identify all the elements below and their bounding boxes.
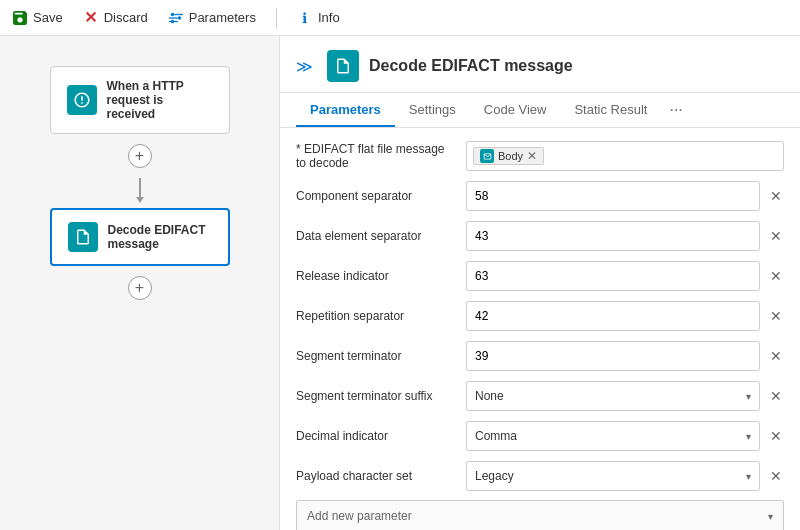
component-separator-wrap: ✕ (466, 181, 784, 211)
segment-suffix-label: Segment terminator suffix (296, 389, 466, 403)
info-button[interactable]: ℹ Info (297, 10, 340, 26)
form-area: * EDIFACT flat file message to decode Bo… (280, 128, 800, 530)
segment-suffix-wrap: None ▾ ✕ (466, 381, 784, 411)
body-token: Body ✕ (473, 147, 544, 165)
add-parameter-button[interactable]: Add new parameter ▾ (296, 500, 784, 530)
repetition-separator-wrap: ✕ (466, 301, 784, 331)
release-indicator-label: Release indicator (296, 269, 466, 283)
payload-charset-wrap: Legacy ▾ ✕ (466, 461, 784, 491)
repetition-separator-clear[interactable]: ✕ (768, 308, 784, 324)
discard-label: Discard (104, 10, 148, 25)
decimal-indicator-row: Decimal indicator Comma ▾ ✕ (296, 420, 784, 452)
segment-terminator-clear[interactable]: ✕ (768, 348, 784, 364)
parameters-label: Parameters (189, 10, 256, 25)
save-button[interactable]: Save (12, 10, 63, 26)
repetition-separator-row: Repetition separator ✕ (296, 300, 784, 332)
payload-charset-select[interactable]: Legacy ▾ (466, 461, 760, 491)
decode-card-icon (68, 222, 98, 252)
segment-terminator-input[interactable] (466, 341, 760, 371)
release-indicator-wrap: ✕ (466, 261, 784, 291)
data-element-wrap: ✕ (466, 221, 784, 251)
toolbar: Save ✕ Discard Parameters ℹ Info (0, 0, 800, 36)
segment-suffix-value: None (475, 389, 746, 403)
segment-terminator-label: Segment terminator (296, 349, 466, 363)
token-label: Body (498, 150, 523, 162)
decimal-indicator-label: Decimal indicator (296, 429, 466, 443)
discard-button[interactable]: ✕ Discard (83, 10, 148, 26)
segment-suffix-chevron-icon: ▾ (746, 391, 751, 402)
svg-point-2 (177, 16, 181, 20)
expand-icon[interactable]: ≫ (296, 57, 313, 76)
decode-card-label: Decode EDIFACT message (108, 223, 212, 251)
decimal-indicator-select[interactable]: Comma ▾ (466, 421, 760, 451)
token-icon (480, 149, 494, 163)
tab-code-view[interactable]: Code View (470, 94, 561, 127)
data-element-label: Data element separator (296, 229, 466, 243)
edifact-field-row: * EDIFACT flat file message to decode Bo… (296, 140, 784, 172)
info-icon: ℹ (297, 10, 313, 26)
left-panel: When a HTTP request is received + Decode… (0, 36, 280, 530)
add-step-button-2[interactable]: + (128, 276, 152, 300)
release-indicator-input[interactable] (466, 261, 760, 291)
panel-title: Decode EDIFACT message (369, 57, 573, 75)
add-param-chevron-icon: ▾ (768, 511, 773, 522)
segment-suffix-row: Segment terminator suffix None ▾ ✕ (296, 380, 784, 412)
edifact-input-wrap: Body ✕ (466, 141, 784, 171)
toolbar-divider (276, 8, 277, 28)
repetition-separator-label: Repetition separator (296, 309, 466, 323)
save-label: Save (33, 10, 63, 25)
right-panel: ≫ Decode EDIFACT message Parameters Sett… (280, 36, 800, 530)
info-label: Info (318, 10, 340, 25)
decimal-indicator-clear[interactable]: ✕ (768, 428, 784, 444)
http-card-icon (67, 85, 97, 115)
add-param-label: Add new parameter (307, 509, 768, 523)
edifact-label: * EDIFACT flat file message to decode (296, 142, 466, 170)
segment-suffix-clear[interactable]: ✕ (768, 388, 784, 404)
data-element-clear[interactable]: ✕ (768, 228, 784, 244)
segment-terminator-wrap: ✕ (466, 341, 784, 371)
parameters-icon (168, 10, 184, 26)
payload-charset-clear[interactable]: ✕ (768, 468, 784, 484)
http-card-label: When a HTTP request is received (107, 79, 213, 121)
segment-terminator-row: Segment terminator ✕ (296, 340, 784, 372)
tabs-bar: Parameters Settings Code View Static Res… (280, 93, 800, 128)
data-element-row: Data element separator ✕ (296, 220, 784, 252)
tab-parameters[interactable]: Parameters (296, 94, 395, 127)
payload-charset-label: Payload character set (296, 469, 466, 483)
add-step-button-1[interactable]: + (128, 144, 152, 168)
decimal-indicator-value: Comma (475, 429, 746, 443)
payload-charset-value: Legacy (475, 469, 746, 483)
edifact-token-wrap[interactable]: Body ✕ (466, 141, 784, 171)
discard-icon: ✕ (83, 10, 99, 26)
panel-header-icon (327, 50, 359, 82)
segment-suffix-select[interactable]: None ▾ (466, 381, 760, 411)
tab-static-result[interactable]: Static Result (560, 94, 661, 127)
data-element-input[interactable] (466, 221, 760, 251)
main-layout: When a HTTP request is received + Decode… (0, 36, 800, 530)
component-separator-label: Component separator (296, 189, 466, 203)
release-indicator-row: Release indicator ✕ (296, 260, 784, 292)
decimal-indicator-wrap: Comma ▾ ✕ (466, 421, 784, 451)
tab-settings[interactable]: Settings (395, 94, 470, 127)
component-separator-row: Component separator ✕ (296, 180, 784, 212)
component-separator-clear[interactable]: ✕ (768, 188, 784, 204)
save-icon (12, 10, 28, 26)
tabs-more-button[interactable]: ··· (661, 93, 690, 127)
svg-point-0 (170, 12, 174, 16)
payload-charset-chevron-icon: ▾ (746, 471, 751, 482)
component-separator-input[interactable] (466, 181, 760, 211)
parameters-button[interactable]: Parameters (168, 10, 256, 26)
decode-edifact-card[interactable]: Decode EDIFACT message (50, 208, 230, 266)
repetition-separator-input[interactable] (466, 301, 760, 331)
decimal-indicator-chevron-icon: ▾ (746, 431, 751, 442)
token-close-button[interactable]: ✕ (527, 149, 537, 163)
payload-charset-row: Payload character set Legacy ▾ ✕ (296, 460, 784, 492)
connector-arrow (139, 178, 141, 198)
http-request-card[interactable]: When a HTTP request is received (50, 66, 230, 134)
release-indicator-clear[interactable]: ✕ (768, 268, 784, 284)
panel-header: ≫ Decode EDIFACT message (280, 36, 800, 93)
